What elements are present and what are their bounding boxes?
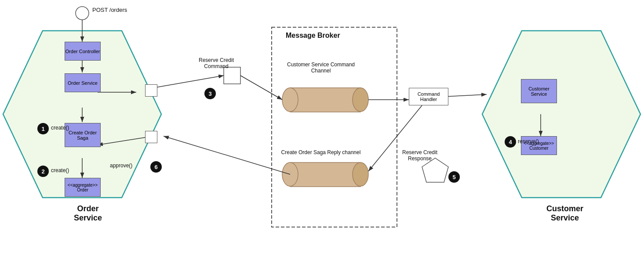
reply-channel-label: Create Order Saga Reply channel: [279, 149, 363, 155]
reserve-credit-command-label: Reserve Credit Command: [196, 57, 236, 69]
create-label-2: create(): [51, 167, 69, 173]
interface-box-top: [145, 84, 157, 97]
diagram: POST /orders Order Controller Order Serv…: [0, 0, 644, 267]
create-order-saga-box: Create Order Saga: [65, 123, 101, 147]
svg-line-21: [164, 136, 290, 174]
svg-point-8: [353, 162, 368, 186]
svg-point-7: [282, 162, 298, 186]
reserve-credit-response-label: Reserve Credit Response: [396, 149, 444, 162]
svg-marker-20: [422, 158, 448, 182]
svg-line-17: [444, 94, 487, 97]
badge-6: 6: [150, 161, 162, 173]
cs-command-channel-label: Customer Service Command Channel: [279, 61, 363, 74]
svg-point-4: [282, 88, 298, 112]
svg-marker-1: [482, 31, 640, 198]
badge-1: 1: [37, 123, 49, 134]
svg-rect-2: [272, 27, 397, 227]
interface-box-bottom: [145, 131, 157, 143]
order-aggregate-box: <<aggregate>>Order: [65, 178, 101, 197]
svg-rect-6: [290, 162, 360, 187]
svg-point-5: [353, 88, 368, 112]
order-service-box: Order Service: [65, 73, 101, 92]
customer-service-label: CustomerService: [521, 204, 609, 223]
svg-point-10: [76, 7, 89, 20]
command-handler-box: Command Handler: [409, 88, 448, 105]
create-label-1: create(): [51, 125, 69, 131]
svg-rect-9: [224, 67, 240, 84]
svg-rect-3: [290, 88, 360, 112]
approve-label: approve(): [110, 162, 132, 169]
order-controller-box: Order Controller: [65, 42, 101, 61]
customer-service-box: Customer Service: [521, 79, 557, 103]
badge-3: 3: [204, 88, 216, 99]
order-service-label: OrderService: [44, 204, 132, 223]
badge-2: 2: [37, 166, 49, 177]
post-orders-label: POST /orders: [92, 7, 127, 13]
svg-line-14: [153, 76, 224, 88]
reserve-label: reserve(): [518, 138, 539, 144]
badge-5: 5: [448, 171, 460, 183]
message-broker-title: Message Broker: [286, 32, 340, 40]
svg-line-15: [240, 76, 282, 100]
badge-4: 4: [505, 136, 516, 148]
